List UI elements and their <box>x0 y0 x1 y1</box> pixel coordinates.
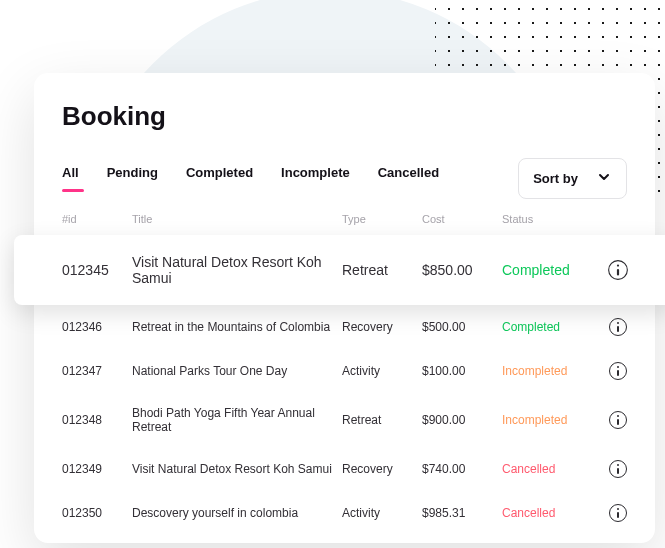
cell-actions <box>600 318 627 336</box>
col-actions <box>600 213 627 225</box>
col-cost: Cost <box>422 213 502 225</box>
status-badge: Incompleted <box>502 413 600 427</box>
filter-tabs: All Pending Completed Incomplete Cancell… <box>62 165 439 192</box>
info-icon[interactable] <box>609 411 627 429</box>
col-type: Type <box>342 213 422 225</box>
status-badge: Cancelled <box>502 506 600 520</box>
col-title: Title <box>132 213 342 225</box>
cell-actions <box>600 261 627 279</box>
tab-completed[interactable]: Completed <box>186 165 253 192</box>
col-id: #id <box>62 213 132 225</box>
tab-pending[interactable]: Pending <box>107 165 158 192</box>
chevron-down-icon <box>596 169 612 188</box>
cell-id: 012347 <box>62 364 132 378</box>
cell-cost: $500.00 <box>422 320 502 334</box>
table-body: 012345Visit Natural Detox Resort Koh Sam… <box>34 235 655 535</box>
cell-actions <box>600 411 627 429</box>
cell-id: 012346 <box>62 320 132 334</box>
cell-type: Activity <box>342 364 422 378</box>
status-badge: Completed <box>502 262 600 278</box>
cell-type: Recovery <box>342 320 422 334</box>
page-title: Booking <box>62 101 627 132</box>
sort-by-label: Sort by <box>533 171 578 186</box>
cell-cost: $100.00 <box>422 364 502 378</box>
info-icon[interactable] <box>609 460 627 478</box>
cell-title: National Parks Tour One Day <box>132 364 342 378</box>
sort-by-button[interactable]: Sort by <box>518 158 627 199</box>
table-row[interactable]: 012346Retreat in the Mountains of Colomb… <box>34 305 655 349</box>
table-row[interactable]: 012345Visit Natural Detox Resort Koh Sam… <box>14 235 665 305</box>
cell-id: 012345 <box>62 262 132 278</box>
cell-title: Descovery yourself in colombia <box>132 506 342 520</box>
cell-title: Retreat in the Mountains of Colombia <box>132 320 342 334</box>
table-row[interactable]: 012349Visit Natural Detox Resort Koh Sam… <box>34 447 655 491</box>
tab-incomplete[interactable]: Incomplete <box>281 165 350 192</box>
cell-id: 012348 <box>62 413 132 427</box>
cell-type: Recovery <box>342 462 422 476</box>
cell-actions <box>600 460 627 478</box>
cell-title: Visit Natural Detox Resort Koh Samui <box>132 254 342 286</box>
info-icon[interactable] <box>608 260 628 280</box>
cell-cost: $740.00 <box>422 462 502 476</box>
status-badge: Incompleted <box>502 364 600 378</box>
info-icon[interactable] <box>609 362 627 380</box>
cell-title: Visit Natural Detox Resort Koh Samui <box>132 462 342 476</box>
cell-cost: $850.00 <box>422 262 502 278</box>
table-row[interactable]: 012348Bhodi Path Yoga Fifth Year Annual … <box>34 393 655 447</box>
cell-id: 012350 <box>62 506 132 520</box>
status-badge: Completed <box>502 320 600 334</box>
tab-cancelled[interactable]: Cancelled <box>378 165 439 192</box>
cell-cost: $900.00 <box>422 413 502 427</box>
cell-id: 012349 <box>62 462 132 476</box>
table-row[interactable]: 012347National Parks Tour One DayActivit… <box>34 349 655 393</box>
info-icon[interactable] <box>609 318 627 336</box>
col-status: Status <box>502 213 600 225</box>
info-icon[interactable] <box>609 504 627 522</box>
cell-actions <box>600 362 627 380</box>
tab-all[interactable]: All <box>62 165 79 192</box>
status-badge: Cancelled <box>502 462 600 476</box>
booking-card: Booking All Pending Completed Incomplete… <box>34 73 655 543</box>
cell-cost: $985.31 <box>422 506 502 520</box>
filters-row: All Pending Completed Incomplete Cancell… <box>34 158 655 199</box>
cell-type: Retreat <box>342 262 422 278</box>
cell-title: Bhodi Path Yoga Fifth Year Annual Retrea… <box>132 406 342 434</box>
table-header-row: #id Title Type Cost Status <box>34 199 655 235</box>
cell-type: Retreat <box>342 413 422 427</box>
table-row[interactable]: 012350Descovery yourself in colombiaActi… <box>34 491 655 535</box>
cell-type: Activity <box>342 506 422 520</box>
cell-actions <box>600 504 627 522</box>
